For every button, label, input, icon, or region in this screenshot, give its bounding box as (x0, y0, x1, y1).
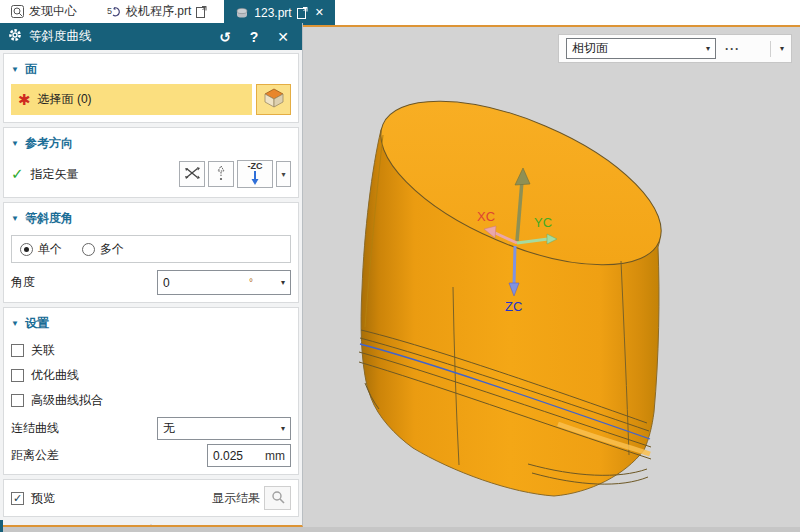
part-icon (235, 7, 249, 19)
vector-axis-label: -ZC (248, 162, 263, 171)
selection-scope-value: 相切面 (572, 40, 608, 57)
section-angle: ▼ 等斜度角 单个 多个 角度 0 ° ▾ (3, 202, 299, 303)
part-model-3d[interactable]: XC YC ZC (303, 27, 800, 532)
reset-button[interactable]: ↺ (214, 29, 236, 45)
section-direction-header[interactable]: ▼ 参考方向 (11, 130, 291, 158)
graphics-viewport[interactable]: XC YC ZC 相切面 ▾ ··· ▾ (303, 25, 800, 532)
displayed-part-icon (196, 6, 207, 18)
part-tab-bar: 发现中心 5 校机程序.prt 123.prt ✕ (0, 0, 800, 25)
collapse-triangle-icon: ▼ (11, 139, 19, 148)
crossed-arrows-icon (184, 166, 200, 183)
collapse-triangle-icon: ▼ (11, 65, 19, 74)
zc-axis-label: ZC (505, 299, 522, 314)
checkbox-associative[interactable]: 关联 (11, 338, 291, 363)
vector-dialog-button[interactable] (179, 161, 205, 187)
join-curves-value: 无 (163, 420, 281, 437)
angle-mode-group: 单个 多个 (11, 235, 291, 263)
radio-single-circle (20, 243, 33, 256)
more-options-button[interactable]: ··· (725, 42, 740, 56)
distance-tolerance-label: 距离公差 (11, 447, 59, 464)
checkbox-associative-label: 关联 (31, 342, 55, 359)
checkbox-advanced-label: 高级曲线拟合 (31, 392, 103, 409)
section-direction-title: 参考方向 (25, 135, 73, 152)
checkbox-box (11, 394, 24, 407)
tab-close-icon[interactable]: ✕ (315, 6, 324, 19)
section-angle-title: 等斜度角 (25, 210, 73, 227)
chevron-down-icon: ▾ (281, 170, 285, 179)
distance-tolerance-input[interactable]: 0.025 mm (207, 444, 291, 467)
section-preview: ✓ 预览 显示结果 (3, 479, 299, 517)
displayed-part-icon (297, 7, 308, 19)
svg-text:5: 5 (107, 6, 112, 16)
section-direction: ▼ 参考方向 ✓ 指定矢量 (3, 127, 299, 198)
section-face: ▼ 面 ✱ 选择面 (0) (3, 53, 299, 123)
dialog-footer: ▲ 确定 应用 取消 (3, 521, 299, 525)
vector-type-zc-button[interactable]: -ZC (237, 160, 273, 188)
toolbar-overflow-dropdown[interactable]: ▾ (780, 44, 784, 53)
show-result-button[interactable] (264, 486, 291, 510)
inferred-vector-button[interactable] (208, 161, 234, 187)
radio-multiple[interactable]: 多个 (82, 241, 124, 258)
angle-label: 角度 (11, 274, 35, 291)
inferred-vector-icon (216, 165, 226, 184)
section-angle-header[interactable]: ▼ 等斜度角 (11, 205, 291, 233)
tab-active-part[interactable]: 123.prt ✕ (224, 0, 335, 25)
radio-single[interactable]: 单个 (20, 241, 62, 258)
section-settings: ▼ 设置 关联 优化曲线 高级曲线拟合 连结曲线 无 ▾ (3, 307, 299, 475)
distance-tolerance-value: 0.025 (213, 449, 265, 463)
vector-type-dropdown-button[interactable]: ▾ (276, 161, 291, 187)
dialog-collapse-handle[interactable]: ▲ (3, 521, 299, 525)
angle-value: 0 (163, 276, 249, 290)
join-curves-select[interactable]: 无 ▾ (157, 417, 291, 440)
radio-single-label: 单个 (38, 241, 62, 258)
distance-tolerance-unit: mm (265, 449, 285, 463)
part-body[interactable] (359, 67, 684, 496)
join-curves-label: 连结曲线 (11, 420, 59, 437)
blue-down-arrow-icon (250, 171, 260, 188)
required-asterisk-icon: ✱ (18, 91, 31, 109)
collapse-triangle-icon: ▼ (11, 214, 19, 223)
chevron-down-icon[interactable]: ▾ (281, 278, 285, 287)
section-face-title: 面 (25, 61, 37, 78)
help-button[interactable]: ? (243, 29, 265, 45)
dialog-body: ▼ 面 ✱ 选择面 (0) ▼ 参考方向 (0, 50, 302, 525)
radio-multiple-label: 多个 (100, 241, 124, 258)
yc-axis-label: YC (534, 215, 552, 230)
tab-program-part[interactable]: 5 校机程序.prt (96, 0, 218, 23)
checkbox-preview[interactable]: ✓ 预览 (11, 490, 55, 507)
discover-center-icon (11, 5, 24, 18)
checkbox-optimize-label: 优化曲线 (31, 367, 79, 384)
angle-unit: ° (249, 277, 253, 288)
face-filter-button[interactable] (256, 84, 291, 115)
radio-multiple-circle (82, 243, 95, 256)
sync-icon: 5 (107, 5, 121, 18)
dialog-close-button[interactable]: ✕ (272, 29, 294, 45)
section-face-header[interactable]: ▼ 面 (11, 56, 291, 84)
dialog-title: 等斜度曲线 (29, 28, 207, 45)
chevron-down-icon: ▾ (281, 424, 285, 433)
checkbox-optimize-curve[interactable]: 优化曲线 (11, 363, 291, 388)
selection-scope-toolbar: 相切面 ▾ ··· ▾ (558, 34, 792, 63)
dialog-titlebar[interactable]: 等斜度曲线 ↺ ? ✕ (0, 23, 302, 50)
section-settings-header[interactable]: ▼ 设置 (11, 310, 291, 338)
tab-label: 发现中心 (29, 3, 77, 20)
tab-discover-center[interactable]: 发现中心 (0, 0, 88, 23)
selection-scope-combo[interactable]: 相切面 ▾ (566, 38, 716, 59)
angle-input[interactable]: 0 ° ▾ (157, 270, 291, 295)
solid-face-icon (263, 88, 285, 111)
xc-axis-label: XC (477, 209, 495, 224)
chevron-down-icon: ▾ (706, 44, 710, 53)
toolbar-separator (770, 41, 771, 57)
gear-icon (8, 28, 22, 45)
dock-corner-mark (0, 520, 3, 532)
checkbox-box: ✓ (11, 492, 24, 505)
show-result-label: 显示结果 (212, 490, 260, 507)
specify-vector-label: 指定矢量 (31, 166, 79, 183)
select-face-field[interactable]: ✱ 选择面 (0) (11, 84, 252, 115)
status-strip (0, 527, 800, 532)
select-face-label: 选择面 (0) (38, 91, 92, 108)
checkbox-advanced-fit[interactable]: 高级曲线拟合 (11, 388, 291, 413)
collapse-triangle-icon: ▼ (11, 319, 19, 328)
preview-label: 预览 (31, 490, 55, 507)
checkbox-box (11, 369, 24, 382)
